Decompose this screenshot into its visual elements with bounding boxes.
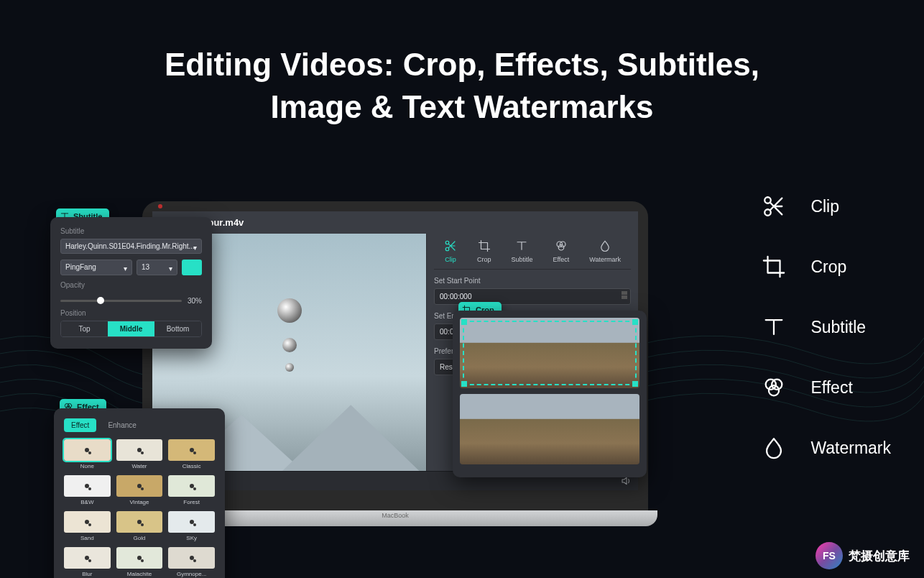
effect-gold[interactable]: Gold <box>116 511 163 541</box>
effect-label: Blur <box>64 571 111 577</box>
subtitle-panel: Subtitle Harley.Quinn.S01E04.Finding.Mr.… <box>50 217 212 349</box>
effect-label: Gymnope... <box>168 571 215 577</box>
effect-thumb <box>168 475 215 497</box>
feature-subtitle: Subtitle <box>762 315 891 339</box>
effect-thumb <box>64 439 111 461</box>
crop-preview-original <box>460 394 639 464</box>
brand-text: 梵摄创意库 <box>849 548 910 564</box>
chevron-down-icon: ▾ <box>169 265 172 272</box>
position-buttons: TopMiddleBottom <box>60 321 202 337</box>
drop-icon <box>599 239 611 252</box>
effect-bw[interactable]: B&W <box>64 475 111 505</box>
effect-tab-effect[interactable]: Effect <box>64 418 96 432</box>
opacity-label: Opacity <box>60 281 202 289</box>
feature-label: Subtitle <box>810 318 866 337</box>
effect-thumb <box>116 511 163 533</box>
brand-logo: FS <box>816 542 843 569</box>
effect-label: Sand <box>64 535 111 541</box>
scissors-icon <box>762 194 786 219</box>
tab-effect[interactable]: Effect <box>553 239 569 263</box>
effect-tab-enhance[interactable]: Enhance <box>101 418 143 432</box>
effect-malachite[interactable]: Malachite <box>116 547 163 577</box>
chevron-down-icon: ▾ <box>124 265 127 272</box>
feature-list: ClipCropSubtitleEffectWatermark <box>762 194 891 496</box>
brand-watermark: FS 梵摄创意库 <box>816 542 910 569</box>
effect-label: B&W <box>64 499 111 505</box>
effect-label: Classic <box>168 463 215 469</box>
effect-thumb <box>116 439 163 461</box>
position-bottom[interactable]: Bottom <box>154 321 201 336</box>
effect-label: Gold <box>116 535 163 541</box>
effect-icon <box>555 239 568 252</box>
position-middle[interactable]: Middle <box>108 321 154 336</box>
crop-icon <box>762 254 786 279</box>
crop-icon <box>478 239 491 252</box>
stepper-icon[interactable] <box>622 291 627 299</box>
subtitle-heading: Subtitle <box>60 227 202 235</box>
effect-label: Malachite <box>116 571 163 577</box>
effect-thumb <box>64 511 111 533</box>
effect-label: Water <box>116 463 163 469</box>
effect-icon <box>762 375 786 400</box>
effect-classic[interactable]: Classic <box>168 439 215 469</box>
effect-thumb <box>116 475 163 497</box>
scissors-icon <box>444 239 457 252</box>
effect-label: None <box>64 463 111 469</box>
position-label: Position <box>60 309 202 317</box>
close-window-dot[interactable] <box>158 204 162 208</box>
tab-subtitle[interactable]: Subtitle <box>511 239 532 263</box>
effect-gymnope[interactable]: Gymnope... <box>168 547 215 577</box>
effect-water[interactable]: Water <box>116 439 163 469</box>
effect-thumb <box>116 547 163 569</box>
position-top[interactable]: Top <box>61 321 108 336</box>
effect-thumb <box>168 511 215 533</box>
effect-panel: EffectEnhance NoneWaterClassicB&WVintage… <box>54 408 225 578</box>
effect-sky[interactable]: SKy <box>168 511 215 541</box>
effect-label: SKy <box>168 535 215 541</box>
feature-crop: Crop <box>762 254 891 279</box>
tool-tabs: ClipCropSubtitleEffectWatermark <box>434 234 631 270</box>
effect-label: Forest <box>168 499 215 505</box>
font-select[interactable]: PingFang▾ <box>60 260 132 275</box>
feature-label: Crop <box>810 257 846 277</box>
color-swatch[interactable] <box>182 260 202 275</box>
effect-thumb <box>168 439 215 461</box>
feature-label: Watermark <box>810 439 891 458</box>
tab-watermark[interactable]: Watermark <box>589 239 621 263</box>
opacity-slider[interactable] <box>60 300 182 302</box>
font-size-select[interactable]: 13▾ <box>137 260 177 275</box>
crop-preview-selected[interactable] <box>460 318 639 388</box>
tab-clip[interactable]: Clip <box>444 239 457 263</box>
text-icon <box>515 239 528 252</box>
effect-thumb <box>64 547 111 569</box>
text-icon <box>762 315 786 339</box>
feature-label: Effect <box>810 378 852 398</box>
crop-panel <box>453 311 647 477</box>
svg-marker-6 <box>282 405 419 471</box>
effect-thumb <box>64 475 111 497</box>
effect-thumb <box>168 547 215 569</box>
feature-label: Clip <box>810 197 839 216</box>
start-point-label: Set Start Point <box>434 277 631 285</box>
opacity-value: 30% <box>188 297 202 305</box>
subtitle-file-select[interactable]: Harley.Quinn.S01E04.Finding.Mr.Right...▾ <box>60 239 202 254</box>
effect-label: Vintage <box>116 499 163 505</box>
chevron-down-icon: ▾ <box>193 244 197 252</box>
effect-forest[interactable]: Forest <box>168 475 215 505</box>
feature-clip: Clip <box>762 194 891 219</box>
tab-crop[interactable]: Crop <box>477 239 491 263</box>
headline: Editing Videos: Crop, Effects, Subtitles… <box>0 43 924 129</box>
feature-effect: Effect <box>762 375 891 400</box>
effect-sand[interactable]: Sand <box>64 511 111 541</box>
effect-none[interactable]: None <box>64 439 111 469</box>
drop-icon <box>762 436 786 460</box>
effect-vintage[interactable]: Vintage <box>116 475 163 505</box>
file-title: Blossom Tour.m4v <box>152 211 638 234</box>
effect-blur[interactable]: Blur <box>64 547 111 577</box>
feature-watermark: Watermark <box>762 436 891 460</box>
